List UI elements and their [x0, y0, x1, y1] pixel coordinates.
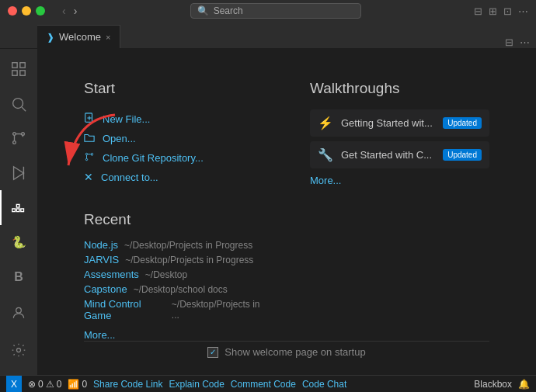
recent-title: Recent: [84, 211, 263, 228]
status-errors[interactable]: ⊗ 0 ⚠ 0: [28, 379, 61, 390]
list-item[interactable]: Node.js ~/Desktop/Projects in Progress: [84, 238, 263, 252]
activity-extensions[interactable]: [0, 190, 37, 225]
activity-python[interactable]: 🐍: [0, 225, 37, 260]
svg-rect-2: [12, 71, 17, 75]
close-button[interactable]: [8, 6, 17, 16]
recent-path: ~/Desktop: [145, 269, 187, 280]
open-label: Open...: [103, 133, 136, 144]
wifi-icon: 📶: [68, 379, 79, 390]
svg-rect-1: [20, 63, 25, 68]
share-code-link[interactable]: Share Code Link: [93, 379, 162, 390]
recent-section: Recent Node.js ~/Desktop/Projects in Pro…: [84, 211, 263, 341]
explain-code-link[interactable]: Explain Code: [169, 379, 224, 390]
new-file-icon: [84, 113, 95, 126]
titlebar-right: ⊟ ⊞ ⊡ ⋯: [474, 5, 528, 17]
start-title: Start: [84, 80, 263, 97]
svg-point-23: [85, 158, 87, 160]
tabbar: ❱ Welcome × ⊟ ⋯: [0, 22, 536, 49]
walkthrough-item[interactable]: ⚡ Getting Started wit... Updated: [310, 109, 489, 137]
recent-name: JARVIS: [84, 254, 119, 265]
minimize-button[interactable]: [22, 6, 31, 16]
list-item[interactable]: JARVIS ~/Desktop/Projects in Progress: [84, 252, 263, 267]
list-item[interactable]: Mind Control Game ~/Desktop/Projects in …: [84, 297, 263, 323]
activity-settings[interactable]: [0, 331, 37, 369]
activity-blackbox[interactable]: B: [0, 259, 37, 294]
activity-explorer[interactable]: [0, 52, 37, 87]
warning-count: 0: [57, 379, 62, 390]
titlebar-search: 🔍 Search: [77, 3, 474, 19]
new-file-action[interactable]: New File...: [84, 109, 263, 129]
open-icon: [84, 132, 95, 145]
bell-icon[interactable]: 🔔: [518, 379, 530, 390]
tab-label: Welcome: [59, 31, 101, 43]
walkthrough-icon-1: ⚡: [318, 116, 333, 130]
code-chat-link[interactable]: Code Chat: [302, 379, 346, 390]
list-item[interactable]: Capstone ~/Desktop/school docs: [84, 282, 263, 297]
maximize-button[interactable]: [36, 6, 45, 16]
tabbar-right: ⊟ ⋯: [505, 36, 536, 48]
connect-action[interactable]: ✕ Connect to...: [84, 168, 263, 186]
recent-path: ~/Desktop/Projects in Progress: [125, 255, 253, 265]
vscode-icon: ❱: [47, 32, 54, 43]
walkthrough-badge-1: Updated: [443, 117, 482, 129]
back-button[interactable]: ‹: [62, 5, 66, 17]
svg-rect-13: [21, 209, 24, 212]
git-icon: [84, 151, 95, 165]
status-info[interactable]: 📶 0: [68, 379, 87, 390]
svg-line-5: [22, 107, 26, 111]
activity-account[interactable]: [0, 294, 37, 331]
recent-path: ~/Desktop/Projects in ...: [172, 299, 263, 321]
svg-rect-14: [16, 209, 19, 212]
svg-rect-0: [12, 63, 17, 68]
clone-git-label: Clone Git Repository...: [103, 152, 204, 164]
more-icon[interactable]: ⋯: [518, 5, 528, 17]
svg-point-16: [17, 349, 21, 352]
content-area: Start New File...: [37, 49, 536, 375]
open-action[interactable]: Open...: [84, 129, 263, 148]
recent-more-link[interactable]: More...: [84, 329, 263, 341]
new-file-label: New File...: [103, 113, 150, 125]
error-icon: ⊗: [28, 379, 36, 390]
walkthrough-item[interactable]: 🔧 Get Started with C... Updated: [310, 141, 489, 168]
left-section: Start New File...: [84, 80, 263, 341]
welcome-tab[interactable]: ❱ Welcome ×: [37, 25, 120, 48]
svg-rect-3: [20, 71, 25, 75]
recent-name: Mind Control Game: [84, 298, 165, 321]
error-count: 0: [38, 379, 44, 390]
walkthroughs-more-link[interactable]: More...: [310, 175, 489, 186]
welcome-checkbox[interactable]: ✓: [207, 347, 218, 358]
layout-icon2[interactable]: ⊞: [489, 5, 497, 17]
clone-git-action[interactable]: Clone Git Repository...: [84, 148, 263, 168]
svg-point-21: [85, 153, 87, 154]
warning-icon: ⚠: [46, 379, 54, 390]
recent-name: Node.js: [84, 239, 118, 251]
list-item[interactable]: Assesments ~/Desktop: [84, 267, 263, 282]
activity-search[interactable]: [0, 87, 37, 122]
main-layout: 🐍 B: [0, 49, 536, 375]
walkthroughs-title: Walkthroughs: [310, 80, 489, 97]
blackbox-label: Blackbox: [474, 379, 512, 390]
tab-close-button[interactable]: ×: [106, 33, 110, 42]
walkthrough-badge-2: Updated: [443, 149, 482, 161]
layout-icon[interactable]: ⊟: [474, 5, 482, 17]
split-icon[interactable]: ⊟: [505, 36, 513, 48]
connect-label: Connect to...: [101, 172, 158, 183]
search-icon: 🔍: [197, 5, 209, 16]
svg-point-6: [13, 133, 16, 136]
svg-point-8: [13, 141, 16, 144]
activity-bar: 🐍 B: [0, 49, 37, 375]
activity-run[interactable]: [0, 156, 37, 191]
svg-point-15: [16, 307, 22, 313]
comment-code-link[interactable]: Comment Code: [231, 379, 296, 390]
recent-path: ~/Desktop/Projects in Progress: [124, 240, 252, 251]
titlebar-left: ‹ ›: [8, 5, 77, 17]
nav-buttons: ‹ ›: [62, 5, 77, 17]
titlebar: ‹ › 🔍 Search ⊟ ⊞ ⊡ ⋯: [0, 0, 536, 22]
activity-source-control[interactable]: [0, 121, 37, 156]
status-brand[interactable]: X: [6, 376, 22, 393]
search-placeholder: Search: [214, 5, 243, 16]
search-bar[interactable]: 🔍 Search: [190, 3, 361, 19]
more-icon[interactable]: ⋯: [520, 36, 530, 48]
info-count: 0: [82, 379, 87, 390]
layout-icon3[interactable]: ⊡: [503, 5, 512, 17]
